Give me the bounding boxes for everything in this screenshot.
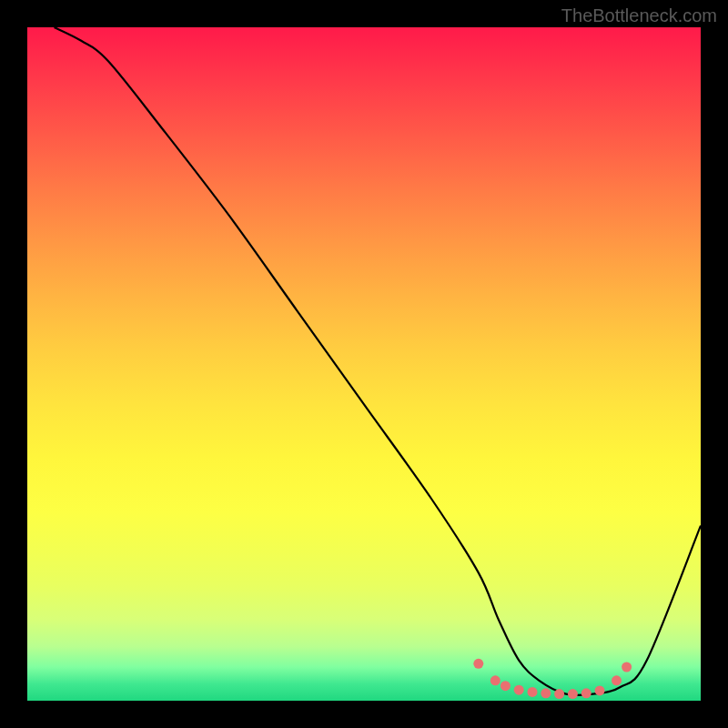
marker-dot [568,689,578,699]
marker-dot [612,675,622,685]
marker-dot [490,675,500,685]
marker-dot [595,685,605,695]
chart-plot-area [27,27,701,701]
marker-dot [581,688,592,698]
chart-svg [27,27,701,701]
marker-dot [500,681,511,691]
watermark-text: TheBottleneck.com [561,5,717,26]
marker-dot [622,662,632,672]
marker-dot [554,689,564,699]
bottleneck-curve [55,27,701,695]
marker-dot [528,687,538,697]
marker-dot [514,685,524,695]
marker-dot [473,659,483,669]
marker-dot [541,688,551,698]
